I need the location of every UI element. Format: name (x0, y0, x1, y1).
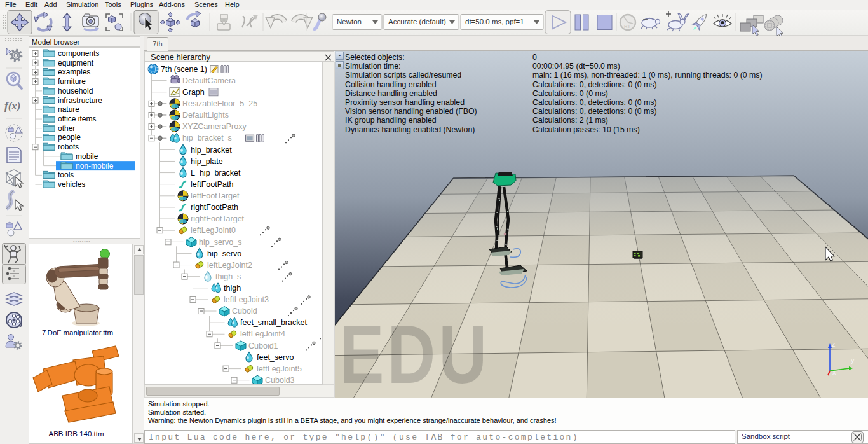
svg-text:infrastructure: infrastructure (58, 96, 102, 105)
svg-text:L_hip_bracket: L_hip_bracket (191, 169, 241, 177)
svg-text:x: x (832, 368, 836, 376)
svg-text:thigh: thigh (224, 284, 241, 293)
svg-text:hip_servo: hip_servo (207, 249, 241, 258)
svg-text:Cuboid: Cuboid (232, 307, 257, 316)
svg-text:rightFootPath: rightFootPath (191, 203, 238, 212)
svg-text:f(x): f(x) (4, 100, 20, 112)
svg-text:y: y (851, 356, 855, 364)
svg-text:other: other (58, 124, 75, 133)
svg-text:examples: examples (58, 67, 90, 76)
svg-text:hip_plate: hip_plate (191, 157, 223, 166)
svg-text:leftLegJoint2: leftLegJoint2 (207, 261, 252, 270)
svg-text:components: components (58, 49, 99, 58)
svg-text:feet_small_bracket: feet_small_bracket (240, 318, 307, 327)
svg-text:XYZCameraProxy: XYZCameraProxy (182, 122, 247, 131)
svg-text:Cuboid3: Cuboid3 (265, 376, 295, 385)
svg-text:mobile: mobile (76, 152, 98, 161)
svg-text:Graph: Graph (182, 88, 205, 97)
svg-text:Accurate (default): Accurate (default) (388, 18, 446, 25)
svg-text:DefaultLights: DefaultLights (182, 111, 229, 120)
svg-text:leftLegJoint5: leftLegJoint5 (257, 364, 302, 373)
svg-text:Cuboid1: Cuboid1 (248, 342, 278, 350)
svg-text:leftFootPath: leftFootPath (191, 180, 233, 189)
svg-text:non-mobile: non-mobile (76, 162, 114, 170)
svg-text:rightFootTarget: rightFootTarget (191, 214, 245, 223)
svg-text:equipment: equipment (58, 59, 94, 67)
svg-text:furniture: furniture (58, 77, 86, 86)
svg-text:7th (scene 1): 7th (scene 1) (161, 65, 207, 74)
svg-text:Newton: Newton (337, 18, 362, 25)
svg-text:7 DoF manipulator.ttm: 7 DoF manipulator.ttm (42, 329, 113, 336)
svg-text:thigh_s: thigh_s (215, 272, 241, 281)
svg-text:nature: nature (58, 105, 79, 114)
svg-text:RT: RT (624, 24, 630, 29)
svg-text:hip_bracket_s: hip_bracket_s (182, 134, 232, 142)
svg-text:leftLegJoint0: leftLegJoint0 (191, 226, 236, 235)
svg-text:people: people (58, 133, 81, 142)
svg-text:office items: office items (58, 114, 96, 123)
svg-text:vehicles: vehicles (58, 180, 85, 189)
svg-text:leftFootTarget: leftFootTarget (191, 191, 240, 200)
svg-text:EDU: EDU (339, 308, 490, 398)
svg-text:hip_bracket: hip_bracket (191, 146, 232, 155)
svg-text:robots: robots (58, 142, 79, 151)
svg-text:household: household (58, 87, 93, 95)
svg-text:hip_servo_s: hip_servo_s (199, 238, 241, 247)
svg-text:DefaultCamera: DefaultCamera (182, 76, 236, 85)
svg-text:leftLegJoint3: leftLegJoint3 (224, 295, 269, 304)
svg-text:leftLegJoint4: leftLegJoint4 (240, 330, 285, 338)
svg-text:dt=50.0 ms, ppf=1: dt=50.0 ms, ppf=1 (465, 18, 524, 25)
svg-text:ResizableFloor_5_25: ResizableFloor_5_25 (182, 99, 257, 108)
svg-text:feet_servo: feet_servo (257, 353, 294, 362)
svg-text:tools: tools (58, 170, 74, 179)
svg-text:ABB IRB 140.ttm: ABB IRB 140.ttm (49, 430, 104, 438)
svg-text:z: z (832, 340, 836, 348)
